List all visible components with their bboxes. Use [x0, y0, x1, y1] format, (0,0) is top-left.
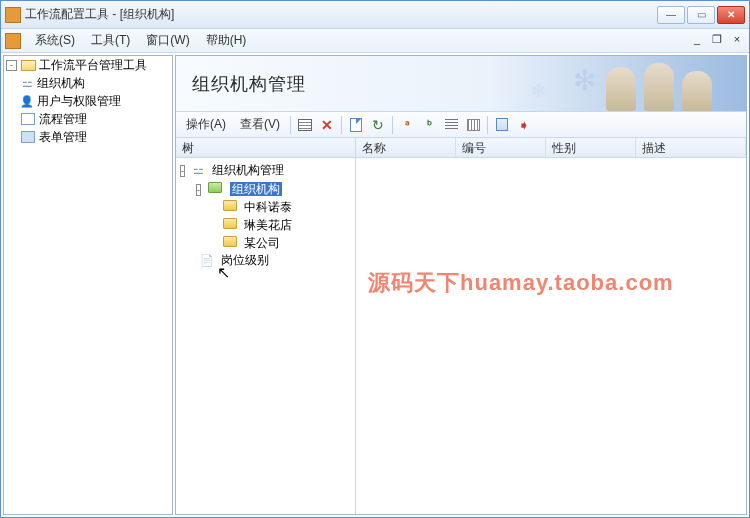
nav-item-label: 组织机构: [37, 75, 85, 92]
menu-tools[interactable]: 工具(T): [83, 29, 138, 52]
window-title: 工作流配置工具 - [组织机构]: [25, 6, 657, 23]
form-icon: [20, 130, 36, 144]
org-icon: [20, 77, 34, 89]
page-title: 组织机构管理: [192, 72, 306, 96]
tree-node-label: 中科诺泰: [244, 200, 292, 214]
tree-node-label: 岗位级别: [221, 253, 269, 267]
column-header-sex[interactable]: 性别: [546, 138, 636, 157]
nav-item-forms[interactable]: 表单管理: [4, 128, 172, 146]
tree-node-company[interactable]: 某公司: [178, 234, 353, 252]
content-split: 树 - 组织机构管理 - 组织机构 中科诺泰: [176, 138, 746, 514]
mdi-close-button[interactable]: ×: [729, 31, 745, 47]
list-body[interactable]: 源码天下huamay.taoba.com: [356, 158, 746, 514]
minimize-button[interactable]: —: [657, 6, 685, 24]
mdi-restore-button[interactable]: ❐: [709, 31, 725, 47]
list-pane: 名称 编号 性别 描述 源码天下huamay.taoba.com: [356, 138, 746, 514]
nav-item-org[interactable]: 组织机构: [4, 74, 172, 92]
nav-item-label: 流程管理: [39, 111, 87, 128]
banner-image: [606, 56, 746, 111]
column-header-code[interactable]: 编号: [456, 138, 546, 157]
toolbar-table-button[interactable]: [463, 115, 483, 135]
column-header-desc[interactable]: 描述: [636, 138, 746, 157]
user-icon: [20, 95, 34, 107]
toolbar-refresh-button[interactable]: ↻: [368, 115, 388, 135]
toolbar: 操作(A) 查看(V) ✕ ↻ ᵃ ᵇ ➧: [176, 112, 746, 138]
toolbar-format-a-button[interactable]: ᵃ: [397, 115, 417, 135]
export-arrow-icon: ➧: [518, 117, 530, 133]
toolbar-new-button[interactable]: [346, 115, 366, 135]
work-area: - 工作流平台管理工具 组织机构 用户与权限管理: [1, 53, 749, 517]
toolbar-separator: [290, 116, 291, 134]
delete-icon: ✕: [321, 117, 333, 133]
nav-item-label: 表单管理: [39, 129, 87, 146]
tree-root-label: 组织机构管理: [212, 163, 284, 177]
nav-item-label: 用户与权限管理: [37, 93, 121, 110]
menu-bar: 系统(S) 工具(T) 窗口(W) 帮助(H) _ ❐ ×: [1, 29, 749, 53]
tree-root-row[interactable]: - 组织机构管理: [178, 162, 353, 180]
document-icon: [350, 118, 362, 132]
toolbar-delete-button[interactable]: ✕: [317, 115, 337, 135]
grid-icon: [298, 119, 312, 131]
folder-icon: [222, 216, 238, 230]
tree-node-org[interactable]: - 组织机构: [178, 180, 353, 198]
person-graphic: [644, 63, 674, 111]
toolbar-separator: [392, 116, 393, 134]
toolbar-list-button[interactable]: [441, 115, 461, 135]
nav-item-users[interactable]: 用户与权限管理: [4, 92, 172, 110]
org-tree[interactable]: - 组织机构管理 - 组织机构 中科诺泰 琳: [176, 158, 355, 514]
tree-spacer: [6, 114, 17, 125]
toolbar-properties-button[interactable]: [492, 115, 512, 135]
folder-open-icon: [20, 58, 36, 72]
toolbar-view-menu[interactable]: 查看(V): [234, 114, 286, 135]
toolbar-grid-button[interactable]: [295, 115, 315, 135]
menu-window[interactable]: 窗口(W): [138, 29, 197, 52]
mdi-child-window: 组织机构管理 ✻ ✻ 操作(A) 查看(V) ✕ ↻ ᵃ ᵇ: [175, 55, 747, 515]
tree-spacer: [6, 96, 17, 107]
table-icon: [467, 119, 480, 131]
tree-node-company[interactable]: 中科诺泰: [178, 198, 353, 216]
tree-node-label: 琳美花店: [244, 218, 292, 232]
toolbar-separator: [487, 116, 488, 134]
expand-toggle-icon[interactable]: -: [6, 60, 17, 71]
refresh-icon: ↻: [372, 117, 384, 133]
app-icon: [5, 7, 21, 23]
nav-root-label: 工作流平台管理工具: [39, 57, 147, 74]
folder-icon: [222, 198, 238, 212]
position-icon: [199, 254, 215, 268]
tree-node-position[interactable]: 岗位级别: [178, 252, 353, 270]
window-titlebar: 工作流配置工具 - [组织机构] — ▭ ✕: [1, 1, 749, 29]
close-button[interactable]: ✕: [717, 6, 745, 24]
tree-spacer: [6, 132, 17, 143]
tree-node-label: 某公司: [244, 236, 280, 250]
menu-system[interactable]: 系统(S): [27, 29, 83, 52]
page-banner: 组织机构管理 ✻ ✻: [176, 56, 746, 112]
org-icon: [191, 164, 205, 176]
snowflake-icon: ✻: [573, 64, 596, 97]
mdi-window-controls: _ ❐ ×: [689, 31, 745, 47]
watermark-text: 源码天下huamay.taoba.com: [368, 268, 674, 298]
mdi-minimize-button[interactable]: _: [689, 31, 705, 47]
list-icon: [445, 119, 458, 131]
expand-toggle-icon[interactable]: -: [180, 165, 185, 177]
maximize-button[interactable]: ▭: [687, 6, 715, 24]
toolbar-action-menu[interactable]: 操作(A): [180, 114, 232, 135]
nav-item-process[interactable]: 流程管理: [4, 110, 172, 128]
tree-pane: 树 - 组织机构管理 - 组织机构 中科诺泰: [176, 138, 356, 514]
toolbar-format-b-button[interactable]: ᵇ: [419, 115, 439, 135]
window-controls: — ▭ ✕: [657, 6, 745, 24]
tree-pane-header: 树: [176, 138, 355, 158]
properties-icon: [496, 118, 508, 131]
process-icon: [20, 112, 36, 126]
toolbar-export-button[interactable]: ➧: [514, 115, 534, 135]
navigation-tree[interactable]: - 工作流平台管理工具 组织机构 用户与权限管理: [3, 55, 173, 515]
nav-root-row[interactable]: - 工作流平台管理工具: [4, 56, 172, 74]
tree-node-company[interactable]: 琳美花店: [178, 216, 353, 234]
folder-green-icon: [207, 180, 223, 194]
menu-help[interactable]: 帮助(H): [198, 29, 255, 52]
letter-b-icon: ᵇ: [427, 118, 432, 132]
menubar-app-icon: [5, 33, 21, 49]
tree-node-label-selected: 组织机构: [230, 182, 282, 196]
column-header-name[interactable]: 名称: [356, 138, 456, 157]
expand-toggle-icon[interactable]: -: [196, 184, 201, 196]
person-graphic: [606, 67, 636, 111]
